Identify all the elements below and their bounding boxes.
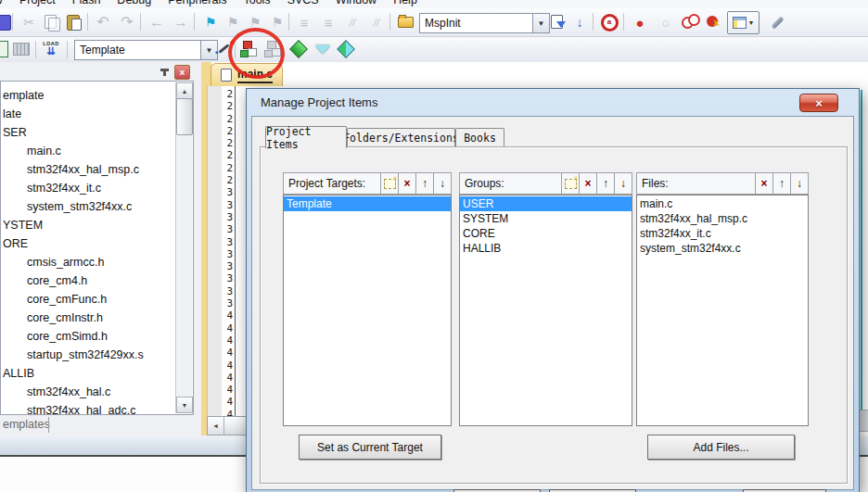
navigate-forward-icon[interactable]: → bbox=[171, 13, 191, 32]
bookmark-previous-icon[interactable]: ⚑ bbox=[223, 13, 243, 32]
menu-item[interactable]: View bbox=[0, 0, 11, 8]
tab-books[interactable]: Books bbox=[455, 128, 504, 147]
paste-icon[interactable] bbox=[64, 13, 84, 32]
select-software-packs-icon[interactable] bbox=[288, 40, 309, 58]
tree-item[interactable]: ORE bbox=[1, 234, 193, 253]
move-file-down-button[interactable]: ↓ bbox=[790, 173, 808, 194]
tab-folders-extensions[interactable]: Folders/Extensions bbox=[347, 128, 455, 147]
group-list-item[interactable]: CORE bbox=[460, 226, 632, 241]
menu-item[interactable]: Debug bbox=[108, 0, 160, 8]
breakpoint-gutter[interactable] bbox=[208, 86, 222, 437]
delete-group-button[interactable]: × bbox=[579, 173, 596, 194]
target-list-item[interactable]: Template bbox=[284, 196, 451, 211]
file-list-item[interactable]: system_stm32f4xx.c bbox=[637, 241, 808, 256]
tree-item[interactable]: stm32f4xx_hal.c bbox=[1, 383, 193, 401]
cut-icon[interactable]: ✂ bbox=[19, 13, 39, 32]
tree-item[interactable]: ALLIB bbox=[1, 364, 193, 383]
debug-windows-layout-button[interactable]: ▼ bbox=[727, 11, 760, 34]
menu-item[interactable]: Project bbox=[11, 0, 64, 8]
bookmark-clear-icon[interactable]: ⚑ bbox=[267, 13, 287, 32]
project-tree[interactable]: emplatelateSERmain.cstm32f4xx_hal_msp.cs… bbox=[0, 81, 194, 415]
outdent-icon[interactable]: ≡ bbox=[294, 13, 314, 32]
navigate-back-icon[interactable]: ← bbox=[147, 13, 167, 32]
new-target-button[interactable] bbox=[380, 173, 398, 194]
groups-list[interactable]: USERSYSTEMCOREHALLIB bbox=[459, 195, 632, 426]
delete-file-button[interactable]: × bbox=[755, 173, 772, 194]
tree-item[interactable]: emplate bbox=[1, 86, 193, 105]
tree-item[interactable]: startup_stm32f429xx.s bbox=[1, 346, 193, 364]
indent-icon[interactable]: ≡ bbox=[318, 13, 338, 32]
project-targets-list[interactable]: Template bbox=[283, 195, 452, 426]
group-list-item[interactable]: USER bbox=[460, 196, 632, 211]
tree-item[interactable]: core_cmSimd.h bbox=[1, 327, 193, 346]
incremental-find-icon[interactable]: ↓ bbox=[569, 13, 590, 32]
tree-item[interactable]: core_cm4.h bbox=[1, 271, 193, 290]
menu-item[interactable]: Help bbox=[385, 0, 426, 8]
project-panel-close-button[interactable]: × bbox=[174, 65, 190, 80]
move-group-down-button[interactable]: ↓ bbox=[614, 173, 632, 194]
tree-item[interactable]: system_stm32f4xx.c bbox=[1, 197, 193, 216]
find-in-files-icon[interactable] bbox=[395, 13, 415, 32]
tree-item[interactable]: SER bbox=[1, 123, 193, 142]
scroll-down-button[interactable]: ▼ bbox=[176, 397, 193, 413]
file-list-item[interactable]: stm32f4xx_it.c bbox=[637, 226, 808, 241]
tab-templates[interactable]: emplates bbox=[3, 418, 50, 431]
tree-item[interactable]: core_cmInstr.h bbox=[1, 309, 193, 327]
menu-item[interactable]: Window bbox=[327, 0, 385, 8]
tree-item[interactable]: late bbox=[1, 105, 193, 123]
find-in-document-icon[interactable] bbox=[547, 13, 568, 32]
menu-item[interactable]: Peripherals bbox=[160, 0, 235, 8]
copy-icon[interactable] bbox=[42, 13, 62, 32]
kill-all-breakpoints-icon[interactable]: × bbox=[704, 13, 724, 32]
set-as-current-target-button[interactable]: Set as Current Target bbox=[299, 435, 441, 460]
filter-funnel-icon[interactable] bbox=[313, 40, 333, 58]
tree-item[interactable]: core_cmFunc.h bbox=[1, 290, 193, 309]
add-files-button[interactable]: Add Files... bbox=[647, 435, 795, 460]
insert-breakpoint-icon[interactable]: ● bbox=[630, 13, 650, 32]
pack-installer-icon[interactable] bbox=[336, 40, 356, 58]
configure-tools-wrench-icon[interactable] bbox=[767, 13, 787, 32]
scroll-up-button[interactable]: ▲ bbox=[176, 82, 193, 99]
delete-target-button[interactable]: × bbox=[398, 173, 415, 194]
translate-file-icon[interactable] bbox=[0, 40, 11, 58]
save-icon[interactable] bbox=[0, 13, 13, 32]
enable-disable-breakpoint-icon[interactable]: ○ bbox=[656, 13, 676, 32]
build-toolbar: LOAD⇊ Template ▼ ** bbox=[0, 37, 868, 63]
menu-item[interactable]: Tools bbox=[235, 0, 278, 8]
tree-scrollbar[interactable]: ▲ ▼ bbox=[175, 82, 192, 413]
move-target-up-button[interactable]: ↑ bbox=[415, 173, 433, 194]
find-reference-icon[interactable]: a bbox=[599, 13, 619, 32]
redo-icon[interactable]: ↷ bbox=[117, 13, 137, 32]
batch-build-icon[interactable] bbox=[11, 40, 32, 58]
tree-item[interactable]: stm32f4xx_hal_msp.c bbox=[1, 160, 193, 179]
dialog-close-button[interactable]: × bbox=[799, 94, 838, 112]
find-text-combo[interactable]: MspInit ▼ bbox=[419, 13, 550, 33]
select-target-combo[interactable]: Template ▼ bbox=[74, 40, 218, 60]
group-list-item[interactable]: HALLIB bbox=[460, 241, 632, 256]
files-list[interactable]: main.cstm32f4xx_hal_msp.cstm32f4xx_it.cs… bbox=[636, 195, 809, 426]
disable-all-breakpoints-icon[interactable] bbox=[680, 13, 700, 32]
scrollbar-thumb[interactable] bbox=[176, 98, 193, 135]
move-file-up-button[interactable]: ↑ bbox=[772, 173, 790, 194]
tree-item[interactable]: YSTEM bbox=[1, 216, 193, 234]
menu-item[interactable]: Flash bbox=[64, 0, 109, 8]
download-to-flash-icon[interactable]: LOAD⇊ bbox=[41, 40, 61, 58]
uncomment-selection-icon[interactable]: // bbox=[366, 13, 387, 32]
tab-project-items[interactable]: Project Items bbox=[265, 126, 347, 148]
tree-item[interactable]: stm32f4xx_hal_adc.c bbox=[1, 401, 193, 415]
undo-icon[interactable]: ↶ bbox=[93, 13, 113, 32]
auto-hide-pin-icon[interactable] bbox=[159, 66, 171, 78]
new-group-button[interactable] bbox=[561, 173, 579, 194]
group-list-item[interactable]: SYSTEM bbox=[460, 211, 632, 226]
comment-selection-icon[interactable]: // bbox=[342, 13, 363, 32]
tree-item[interactable]: main.c bbox=[1, 142, 193, 160]
bookmark-toggle-icon[interactable]: ⚑ bbox=[200, 13, 221, 32]
file-list-item[interactable]: main.c bbox=[637, 196, 808, 211]
tree-item[interactable]: stm32f4xx_it.c bbox=[1, 179, 193, 197]
menu-item[interactable]: SVCS bbox=[279, 0, 327, 8]
move-target-down-button[interactable]: ↓ bbox=[433, 173, 451, 194]
tree-item[interactable]: cmsis_armcc.h bbox=[1, 253, 193, 271]
scroll-left-button[interactable]: ◄ bbox=[208, 417, 224, 435]
file-list-item[interactable]: stm32f4xx_hal_msp.c bbox=[637, 211, 808, 226]
move-group-up-button[interactable]: ↑ bbox=[596, 173, 614, 194]
